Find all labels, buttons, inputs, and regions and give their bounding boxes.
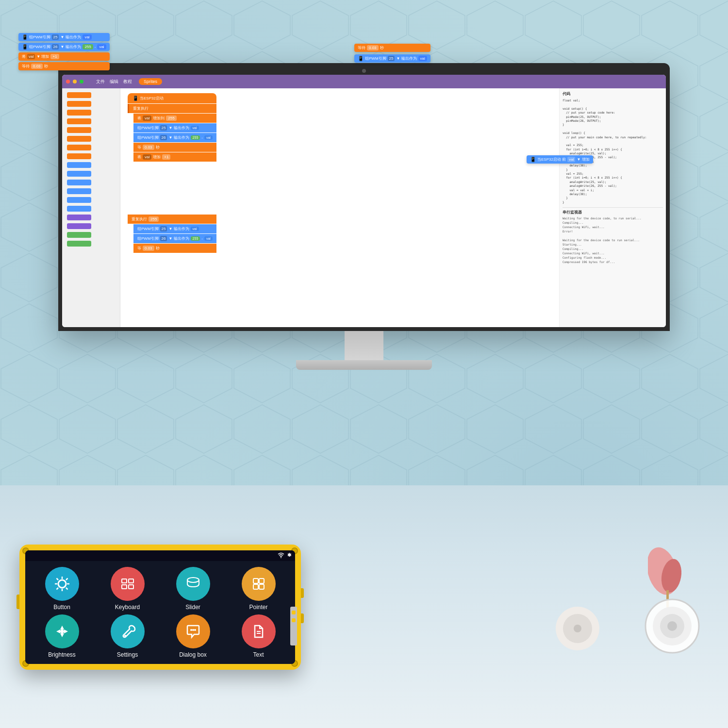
- console-output: Waiting for the device code, to run seri…: [563, 216, 663, 264]
- button-label-keyboard: Keyboard: [115, 604, 140, 611]
- floating-block-1: 📱 组PWM引脚 25 ▼ 输出作为 val: [18, 33, 110, 41]
- device-button-settings[interactable]: Settings: [97, 614, 158, 658]
- monitor: 文件 编辑 教程 Sprites: [58, 63, 670, 370]
- keyboard-icon: [118, 574, 137, 594]
- pwm-block-2: 组PWM引脚 26 ▼ 输出作为 255 - val: [133, 133, 216, 142]
- pwm-block-4: 组PWM引脚 26 ▼ 输出作为 255 - val: [133, 234, 216, 243]
- palette-block-8[interactable]: [67, 153, 91, 159]
- svg-rect-23: [253, 584, 258, 589]
- document-icon: [249, 622, 268, 641]
- palette-block-11[interactable]: [67, 180, 91, 185]
- svg-point-29: [60, 629, 64, 633]
- disk-button-2[interactable]: [292, 618, 296, 622]
- device-button-pointer[interactable]: Pointer: [228, 567, 289, 611]
- svg-point-32: [192, 629, 194, 631]
- device-button-slider[interactable]: Slider: [162, 567, 224, 611]
- palette-block-1[interactable]: [67, 92, 91, 98]
- text-icon-circle[interactable]: [242, 614, 276, 648]
- device-button-grid: Button Keyboard: [25, 561, 295, 664]
- console-title: 串行监视器: [563, 210, 663, 215]
- svg-rect-24: [259, 584, 264, 589]
- ide-maximize-dot[interactable]: [80, 80, 83, 83]
- palette-block-6[interactable]: [67, 136, 91, 142]
- button-icon-circle[interactable]: [45, 567, 79, 601]
- side-button-right-1[interactable]: [301, 588, 304, 598]
- ide-menu-file[interactable]: 文件: [96, 79, 105, 85]
- button-label-dialog: Dialog box: [179, 651, 207, 658]
- palette-block-4[interactable]: [67, 118, 91, 124]
- palette-block-2[interactable]: [67, 101, 91, 107]
- val-block-1: 将 val 增加到 255: [133, 114, 216, 123]
- svg-point-15: [58, 580, 66, 588]
- wifi-icon: [278, 552, 284, 559]
- svg-rect-22: [259, 579, 264, 583]
- svg-point-9: [667, 621, 677, 631]
- brightness-icon-circle[interactable]: [45, 614, 79, 648]
- brightness-icon: [52, 622, 72, 641]
- floating-block-6: 📱 组PWM引脚 25 ▼ 输出作为 val: [354, 54, 430, 63]
- slider-icon-circle[interactable]: [176, 567, 210, 601]
- small-device-icon-right: 📱 当ESP32启动 前 val ▼ 增加: [527, 155, 593, 164]
- ide-close-dot[interactable]: [66, 80, 70, 83]
- floating-block-3: 将 val ▼ 增加 +1: [18, 52, 110, 61]
- ide-menu: 文件 编辑 教程: [96, 79, 132, 85]
- code-panel-title: 代码: [563, 91, 663, 97]
- button-label-brightness: Brightness: [48, 651, 76, 658]
- wait-block-1: 等 0.03 秒: [133, 143, 216, 152]
- palette-block-7[interactable]: [67, 145, 91, 150]
- ide-menu-tutorial[interactable]: 教程: [123, 79, 132, 85]
- device-button-brightness[interactable]: Brightness: [31, 614, 93, 658]
- ide-minimize-dot[interactable]: [73, 80, 77, 83]
- device-button-button[interactable]: Button: [31, 567, 93, 611]
- disk-button-1[interactable]: [292, 611, 296, 614]
- palette-block-17[interactable]: [67, 232, 91, 238]
- monitor-stand-neck: [345, 331, 383, 360]
- palette-block-14[interactable]: [67, 206, 91, 212]
- ide-active-tab[interactable]: Sprites: [139, 78, 162, 85]
- ide-canvas[interactable]: 📱 当ESP32启动 重复执行 将 val 增加到 255: [120, 88, 559, 327]
- svg-point-13: [574, 625, 581, 632]
- disk-svg: [553, 604, 602, 653]
- monitor-camera: [362, 69, 366, 73]
- svg-marker-25: [60, 626, 64, 629]
- repeat-block: 重复执行: [128, 104, 216, 113]
- svg-point-33: [194, 629, 196, 631]
- svg-rect-18: [122, 585, 127, 589]
- dialog-icon-circle[interactable]: [176, 614, 210, 648]
- disk-tray: [290, 607, 297, 645]
- headphone-svg: [641, 595, 704, 658]
- floating-block-2: 📱 组PWM引脚 26 ▼ 输出作为 255 - val: [18, 43, 110, 51]
- button-label-settings: Settings: [117, 651, 138, 658]
- side-button-right-2[interactable]: [301, 613, 304, 623]
- svg-rect-16: [122, 579, 127, 583]
- device-container: ✱ Button: [19, 545, 301, 670]
- svg-marker-26: [60, 633, 64, 637]
- palette-block-5[interactable]: [67, 127, 91, 133]
- device-button-text[interactable]: Text: [228, 614, 289, 658]
- palette-block-18[interactable]: [67, 241, 91, 247]
- settings-icon-circle[interactable]: [111, 614, 145, 648]
- keyboard-icon-circle[interactable]: [111, 567, 145, 601]
- button-label-button: Button: [53, 604, 70, 611]
- svg-marker-28: [64, 629, 68, 633]
- pointer-icon-circle[interactable]: [242, 567, 276, 601]
- palette-block-13[interactable]: [67, 197, 91, 203]
- floating-block-5: 等待 0.03 秒: [354, 44, 430, 52]
- disk-tray-decoration: [553, 604, 602, 653]
- ide-menu-edit[interactable]: 编辑: [110, 79, 118, 85]
- bluetooth-icon: ✱: [287, 552, 291, 559]
- palette-block-3[interactable]: [67, 110, 91, 116]
- device-button-dialog[interactable]: Dialog box: [162, 614, 224, 658]
- monitor-screen: 文件 编辑 教程 Sprites: [62, 75, 666, 327]
- device-screen: ✱ Button: [25, 550, 295, 664]
- palette-block-15[interactable]: [67, 215, 91, 220]
- device-button-keyboard[interactable]: Keyboard: [97, 567, 158, 611]
- palette-block-16[interactable]: [67, 223, 91, 229]
- palette-block-9[interactable]: [67, 162, 91, 168]
- side-button-left[interactable]: [17, 595, 19, 609]
- chat-icon: [183, 622, 203, 641]
- button-label-text: Text: [253, 651, 264, 658]
- code-content: float val; void setup() { // put your se…: [563, 99, 663, 204]
- palette-block-10[interactable]: [67, 171, 91, 177]
- palette-block-12[interactable]: [67, 188, 91, 194]
